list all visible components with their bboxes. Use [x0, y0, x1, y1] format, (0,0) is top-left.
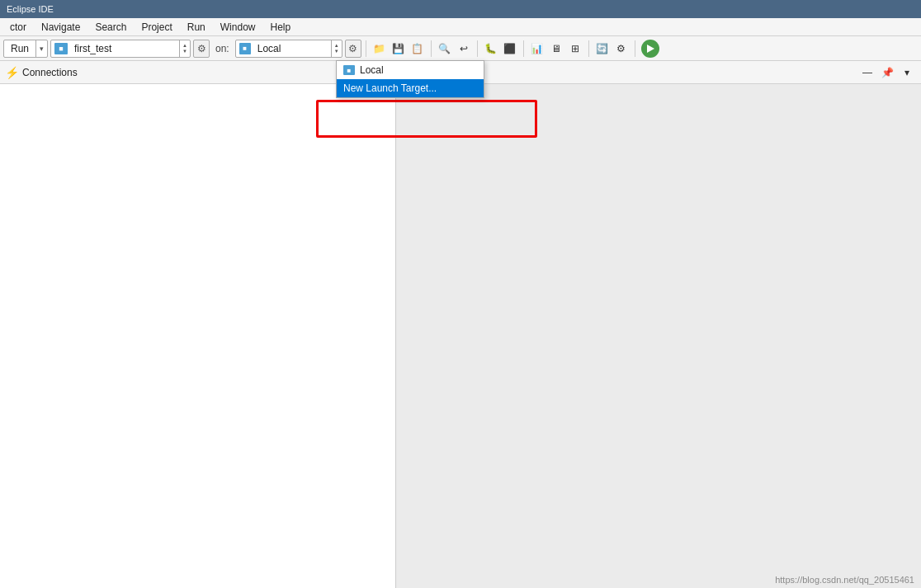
- tb-refresh-button[interactable]: 🔄: [593, 40, 612, 58]
- connections-icon: ⚡: [5, 66, 19, 79]
- tb-settings-button[interactable]: ⚙: [612, 40, 631, 58]
- target-dropdown[interactable]: ■ Local ▲ ▼: [235, 40, 342, 58]
- separator-2: [431, 40, 432, 57]
- target-arrow-down-icon: ▼: [334, 49, 339, 54]
- config-gear-button[interactable]: ⚙: [193, 40, 210, 58]
- tb-new-button[interactable]: 📁: [371, 40, 389, 58]
- separator-5: [588, 40, 589, 57]
- config-dropdown[interactable]: ■ first_test ▲ ▼: [50, 40, 191, 58]
- target-file-icon: ■: [239, 43, 251, 54]
- menu-run[interactable]: Run: [181, 20, 212, 35]
- main-area: [0, 84, 921, 588]
- target-gear-button[interactable]: ⚙: [345, 40, 361, 58]
- watermark: https://blog.csdn.net/qq_20515461: [775, 575, 914, 585]
- title-bar: Eclipse IDE: [0, 0, 921, 18]
- tb-debug-button[interactable]: 🐛: [482, 40, 500, 58]
- dropdown-item-local[interactable]: ■ Local: [337, 61, 484, 79]
- config-file-icon: ■: [54, 43, 68, 54]
- tb-stop-button[interactable]: ⬛: [501, 40, 519, 58]
- menu-bar: ctor Navigate Search Project Run Window …: [0, 18, 921, 36]
- toolbar-icon-group-4: 📊 🖥 ⊞: [528, 40, 584, 58]
- run-execute-button[interactable]: [641, 40, 659, 58]
- tb-back-button[interactable]: ↩: [455, 40, 473, 58]
- tb-chart-button[interactable]: 📊: [528, 40, 546, 58]
- on-label: on:: [212, 43, 233, 54]
- target-label: Local: [254, 43, 331, 54]
- tb-monitor-button[interactable]: 🖥: [547, 40, 565, 58]
- menu-ctor[interactable]: ctor: [3, 20, 33, 35]
- toolbar-2-right: — 📌 ▾: [858, 64, 916, 82]
- menu-window[interactable]: Window: [214, 20, 262, 35]
- local-label: Local: [360, 64, 384, 76]
- toolbar-icon-group-5: 🔄 ⚙: [593, 40, 631, 58]
- right-panel: [396, 84, 921, 588]
- target-arrows[interactable]: ▲ ▼: [331, 40, 342, 57]
- tb-search-button[interactable]: 🔍: [436, 40, 454, 58]
- toolbar-icon-group-3: 🐛 ⬛: [482, 40, 519, 58]
- run-label: Run: [4, 40, 36, 57]
- dropdown-menu: ■ Local New Launch Target...: [336, 60, 484, 98]
- pin-button[interactable]: 📌: [878, 64, 896, 82]
- config-arrows[interactable]: ▲ ▼: [179, 40, 190, 57]
- connections-label: Connections: [22, 67, 78, 78]
- menu-help[interactable]: Help: [263, 20, 297, 35]
- menu-navigate[interactable]: Navigate: [35, 20, 87, 35]
- arrow-down-icon: ▼: [182, 49, 187, 54]
- tb-grid-button[interactable]: ⊞: [566, 40, 584, 58]
- tb-copy-button[interactable]: 📋: [409, 40, 427, 58]
- separator-6: [635, 40, 635, 57]
- arrow-up-icon: ▲: [182, 43, 187, 48]
- menu-project[interactable]: Project: [135, 20, 178, 35]
- run-dropdown[interactable]: Run ▾: [3, 40, 48, 58]
- separator-4: [523, 40, 524, 57]
- new-launch-target-label: New Launch Target...: [343, 82, 437, 94]
- separator-1: [366, 40, 366, 57]
- toolbar-icon-group-1: 📁 💾 📋: [371, 40, 427, 58]
- launch-target-dropdown: ■ Local New Launch Target...: [336, 60, 484, 98]
- target-arrow-up-icon: ▲: [334, 43, 339, 48]
- menu-search[interactable]: Search: [88, 20, 133, 35]
- app-title: Eclipse IDE: [7, 4, 54, 14]
- toolbar-icon-group-2: 🔍 ↩: [436, 40, 473, 58]
- toolbar-1: Run ▾ ■ first_test ▲ ▼ ⚙ on: ■ Local ▲ ▼…: [0, 36, 921, 61]
- config-label: first_test: [71, 43, 179, 54]
- separator-3: [477, 40, 478, 57]
- left-panel: [0, 84, 396, 588]
- filter-button[interactable]: ▾: [898, 64, 916, 82]
- local-icon: ■: [343, 65, 355, 75]
- dropdown-item-new-launch-target[interactable]: New Launch Target...: [337, 79, 484, 97]
- minimize-panel-button[interactable]: —: [858, 64, 876, 82]
- tb-save-button[interactable]: 💾: [390, 40, 408, 58]
- run-arrow-icon[interactable]: ▾: [36, 45, 47, 53]
